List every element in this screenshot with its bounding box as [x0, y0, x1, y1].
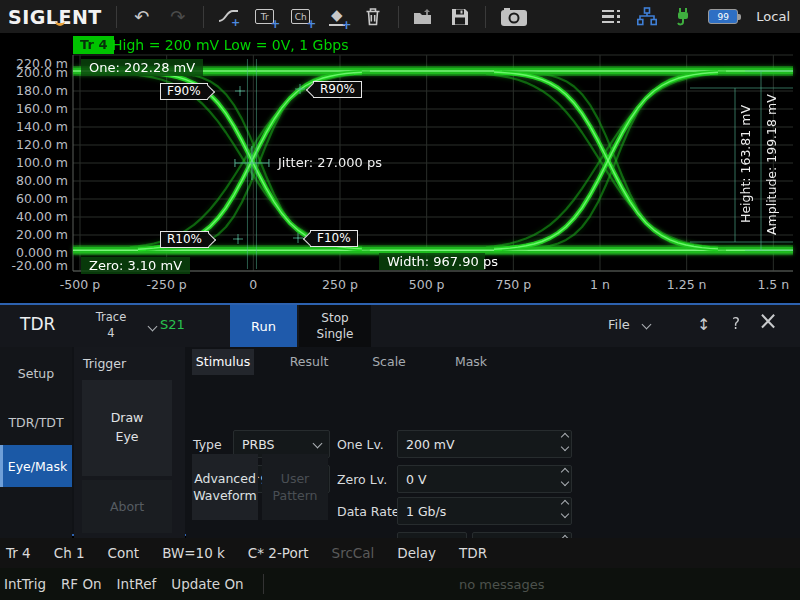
status-bandwidth[interactable]: BW=10 k: [162, 545, 225, 561]
y-axis-tick-label: 80.00 m: [16, 173, 68, 188]
tdr-panel: TDR Trace 4 S21 Run Stop Single File ↕ ?…: [0, 303, 800, 536]
zero-level-label: Zero: 3.10 mV: [81, 257, 190, 274]
y-axis-tick-label: 20.00 m: [16, 227, 68, 242]
x-axis-tick-label: 1 n: [590, 277, 610, 292]
sidebar-item-setup[interactable]: Setup: [0, 352, 72, 394]
zero-lv-input[interactable]: 0 V: [397, 465, 572, 493]
status-bar-1: Tr 4 Ch 1 Cont BW=10 k C* 2-Port SrcCal …: [0, 538, 800, 568]
sidebar-item-eye-mask[interactable]: Eye/Mask: [0, 445, 72, 487]
menu-list-icon[interactable]: [600, 4, 622, 30]
help-icon[interactable]: ?: [732, 315, 740, 333]
add-channel-icon[interactable]: Ch+: [290, 4, 312, 30]
trace-selector-line1: Trace: [78, 309, 144, 325]
screenshot-icon[interactable]: [500, 4, 528, 30]
advanced-waveform-button[interactable]: Advanced Waveform: [192, 454, 258, 520]
eye-line: Eye: [116, 428, 139, 447]
user-pattern-button[interactable]: User Pattern: [262, 454, 328, 520]
data-rate-input[interactable]: 1 Gb/s: [397, 497, 572, 525]
status-update-on[interactable]: Update On: [171, 576, 243, 592]
marker-r10: R10%: [160, 231, 209, 248]
y-axis-tick-label: 100.0 m: [16, 155, 68, 170]
y-axis-tick-label: 40.00 m: [16, 209, 68, 224]
abort-button[interactable]: Abort: [82, 480, 172, 533]
x-axis-tick-label: 1.5 n: [757, 277, 789, 292]
network-icon[interactable]: [636, 4, 658, 30]
y-axis-tick-label: 60.00 m: [16, 191, 68, 206]
status-rf-on[interactable]: RF On: [61, 576, 102, 592]
single-line: Single: [317, 326, 354, 342]
status-intref[interactable]: IntRef: [117, 576, 157, 592]
open-file-icon[interactable]: [413, 4, 435, 30]
tab-result[interactable]: Result: [278, 349, 340, 375]
x-axis-tick-label: 1.25 n: [667, 277, 707, 292]
trigger-label: Trigger: [83, 356, 126, 371]
eye-amplitude-label: Amplitude: 199.18 mV: [764, 93, 779, 235]
toolbar-separator: [485, 6, 486, 28]
file-menu[interactable]: File: [608, 317, 630, 332]
undo-icon[interactable]: ↶: [131, 4, 153, 30]
status-bar-2: IntTrig RF On IntRef Update On no messag…: [0, 568, 800, 600]
data-rate-label: Data Rate: [337, 504, 399, 519]
close-icon[interactable]: ×: [758, 307, 778, 335]
redo-icon[interactable]: ↷: [167, 4, 189, 30]
add-curve-icon[interactable]: +: [218, 4, 240, 30]
status-cont[interactable]: Cont: [108, 545, 140, 561]
message-area: no messages: [459, 577, 545, 592]
stimulus-form: Stimulus Result Scale Mask Type PRBS One…: [186, 347, 800, 538]
status-tdr[interactable]: TDR: [459, 545, 487, 561]
x-axis-tick-label: 500 p: [409, 277, 445, 292]
trace-badge[interactable]: Tr 4: [73, 36, 114, 54]
delete-icon[interactable]: [362, 4, 384, 30]
s-parameter-label[interactable]: S21: [160, 317, 185, 332]
draw-eye-button[interactable]: Draw Eye: [82, 380, 172, 476]
one-lv-label: One Lv.: [337, 437, 384, 452]
spinner-control[interactable]: [562, 434, 568, 450]
sidebar-item-tdr-tdt[interactable]: TDR/TDT: [0, 401, 72, 443]
tab-mask[interactable]: Mask: [440, 349, 502, 375]
trace-info-strip: Tr 4 High = 200 mV Low = 0V, 1 Gbps: [0, 35, 800, 55]
pattern-line: Pattern: [273, 487, 318, 505]
eye-diagram-chart: 220.0 m200.0 m180.0 m160.0 m140.0 m120.0…: [0, 33, 800, 303]
stop-single-button[interactable]: Stop Single: [299, 305, 371, 347]
status-inttrig[interactable]: IntTrig: [4, 576, 46, 592]
panel-header: TDR Trace 4 S21 Run Stop Single File ↕ ?…: [0, 305, 800, 347]
spinner-control[interactable]: [562, 501, 568, 517]
y-axis-tick-label: -20.00 m: [12, 258, 68, 273]
toolbar-separator: [116, 6, 117, 28]
spinner-control[interactable]: [562, 469, 568, 485]
y-axis-tick-label: 200.0 m: [16, 65, 68, 80]
y-axis-tick-label: 160.0 m: [16, 101, 68, 116]
data-rate-value: 1 Gb/s: [406, 504, 446, 519]
y-axis-tick-label: 180.0 m: [16, 83, 68, 98]
tab-scale[interactable]: Scale: [358, 349, 420, 375]
stop-line: Stop: [321, 310, 348, 326]
one-lv-input[interactable]: 200 mV: [397, 430, 572, 458]
chevron-down-icon: [148, 322, 158, 332]
add-trace-icon[interactable]: Tr+: [254, 4, 276, 30]
x-axis-tick-label: 750 p: [495, 277, 531, 292]
x-axis-tick-label: 250 p: [322, 277, 358, 292]
y-axis-tick-label: 120.0 m: [16, 137, 68, 152]
tab-stimulus[interactable]: Stimulus: [192, 349, 254, 375]
trace-selector[interactable]: Trace 4: [78, 309, 144, 341]
trace-selector-line2: 4: [78, 325, 144, 341]
zero-lv-value: 0 V: [406, 472, 426, 487]
chevron-down-icon: [313, 439, 323, 449]
status-srccal[interactable]: SrcCal: [332, 545, 375, 561]
status-cal-2port[interactable]: C* 2-Port: [248, 545, 309, 561]
draw-line: Draw: [111, 409, 144, 428]
add-marker-icon[interactable]: ◆+: [326, 4, 348, 30]
siglent-logo: SIGLENT: [8, 6, 102, 28]
battery-indicator: 99: [708, 9, 738, 24]
waveform-line: Waveform: [193, 487, 256, 505]
run-button[interactable]: Run: [230, 305, 297, 347]
control-mode-label[interactable]: Local: [756, 9, 790, 24]
power-plug-icon[interactable]: [672, 4, 694, 30]
save-icon[interactable]: [449, 4, 471, 30]
resize-panel-icon[interactable]: ↕: [697, 315, 710, 334]
jitter-label: Jitter: 27.000 ps: [278, 155, 382, 170]
status-delay[interactable]: Delay: [397, 545, 436, 561]
status-channel[interactable]: Ch 1: [54, 545, 85, 561]
status-trace[interactable]: Tr 4: [6, 545, 31, 561]
type-value: PRBS: [242, 437, 275, 452]
